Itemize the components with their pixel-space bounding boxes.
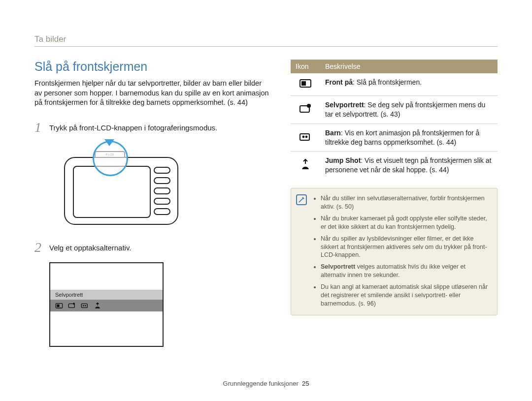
svg-rect-1 — [57, 305, 59, 307]
row-bold: Jump Shot — [325, 156, 361, 164]
note-item: Når du spiller av lysbildevisninger elle… — [321, 235, 490, 260]
selfie-icon — [299, 103, 312, 116]
selfie-icon — [68, 302, 76, 309]
jumpshot-icon — [94, 302, 101, 309]
note-box: Når du stiller inn selvutløseralternativ… — [291, 188, 498, 315]
intro-text: Frontskjermen hjelper når du tar selvpor… — [34, 79, 271, 108]
note-icon — [296, 194, 307, 205]
option-menu-illustration: Selvportrett — [49, 262, 164, 347]
page-footer: Grunnleggende funksjoner 25 — [0, 380, 532, 387]
step-2-number: 2 — [34, 241, 44, 254]
camera-illustration: F.LCD — [49, 142, 187, 226]
footer-section: Grunnleggende funksjoner — [223, 380, 299, 387]
row-bold: Barn — [325, 129, 341, 137]
jumpshot-icon — [300, 158, 311, 173]
svg-rect-8 — [301, 81, 306, 86]
table-row: Jump Shot: Vis et visuelt tegn på fronts… — [291, 152, 498, 179]
step-2-text: Velg et opptaksalternativ. — [49, 241, 132, 252]
svg-point-5 — [83, 305, 84, 307]
svg-point-6 — [85, 305, 86, 307]
svg-rect-4 — [81, 304, 87, 308]
table-header-description: Beskrivelse — [320, 60, 498, 73]
section-title: Slå på frontskjermen — [34, 60, 271, 74]
note-item: Du kan angi at kameraet automatisk skal … — [321, 283, 490, 308]
row-bold: Front på — [325, 78, 353, 86]
children-icon — [299, 131, 312, 144]
step-1-text: Trykk på front-LCD-knappen i fotograferi… — [49, 121, 217, 132]
option-selected-label: Selvportrett — [50, 290, 163, 300]
front-on-icon — [55, 302, 63, 309]
note-item: Når du bruker kameraet på godt opplyste … — [321, 215, 490, 231]
note-item: Når du stiller inn selvutløseralternativ… — [321, 194, 490, 211]
icon-description-table: Ikon Beskrivelse Front på: Slå på fronts… — [291, 60, 498, 179]
svg-point-12 — [302, 136, 305, 138]
row-text: : Slå på frontskjermen. — [353, 78, 422, 86]
arrow-down-icon — [104, 139, 114, 146]
svg-point-3 — [73, 303, 75, 305]
table-row: Selvportrett: Se deg selv på frontskjerm… — [291, 95, 498, 123]
page-number: 25 — [302, 380, 309, 387]
children-icon — [81, 302, 89, 309]
table-row: Barn: Vis en kort animasjon på frontskje… — [291, 123, 498, 152]
svg-rect-11 — [300, 134, 309, 140]
row-text: : Vis en kort animasjon på frontskjermen… — [325, 129, 479, 146]
front-on-icon — [299, 78, 312, 91]
row-bold: Selvportrett — [325, 101, 364, 109]
table-header-icon: Ikon — [291, 60, 320, 73]
step-1-number: 1 — [34, 121, 44, 134]
table-row: Front på: Slå på frontskjermen. — [291, 73, 498, 95]
svg-point-10 — [307, 104, 311, 108]
note-item: Selvportrett velges automatisk hvis du i… — [321, 263, 490, 279]
svg-point-13 — [305, 136, 308, 138]
breadcrumb: Ta bilder — [34, 34, 498, 47]
